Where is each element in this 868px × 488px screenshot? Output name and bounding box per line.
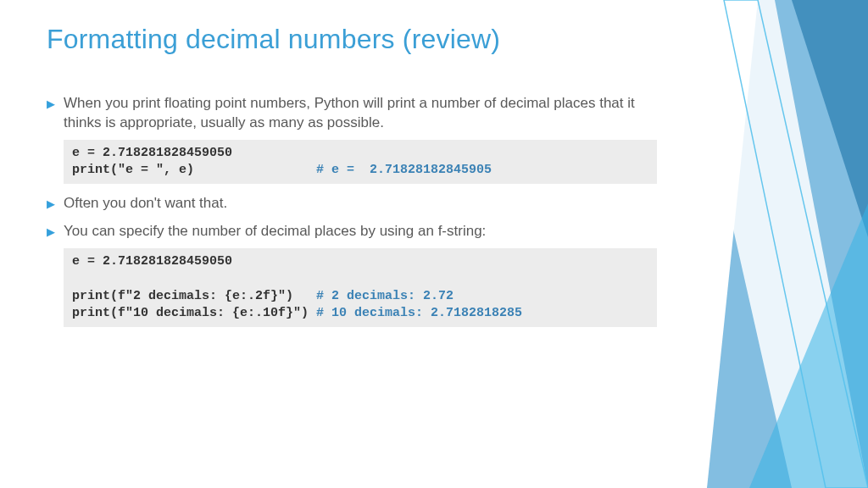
bullet-marker-icon: ▶ (47, 94, 64, 112)
svg-marker-4 (724, 0, 868, 488)
bullet-item: ▶ Often you don't want that. (47, 194, 657, 214)
code-line: e = 2.718281828459050 (72, 254, 232, 269)
slide-title: Formatting decimal numbers (review) (47, 24, 657, 55)
bullet-text: When you print floating point numbers, P… (64, 94, 657, 133)
bullet-item: ▶ You can specify the number of decimal … (47, 222, 657, 241)
svg-marker-2 (792, 0, 868, 237)
bullet-marker-icon: ▶ (47, 194, 64, 212)
code-comment: # e = 2.71828182845905 (316, 163, 492, 177)
bullet-text: Often you don't want that. (64, 194, 657, 214)
background-decoration (648, 0, 868, 488)
code-line: e = 2.718281828459050 (72, 146, 232, 160)
code-line: print(f"10 decimals: {e:.10f}") (72, 306, 309, 320)
code-pad (293, 289, 316, 303)
code-blank-line (72, 272, 80, 286)
svg-marker-1 (682, 0, 868, 488)
code-line: print("e = ", e) (72, 163, 194, 177)
code-block-1: e = 2.718281828459050 print("e = ", e) #… (64, 140, 657, 185)
code-block-2: e = 2.718281828459050 print(f"2 decimals… (64, 248, 657, 327)
bullet-text: You can specify the number of decimal pl… (64, 222, 657, 241)
svg-marker-3 (749, 203, 868, 488)
slide: Formatting decimal numbers (review) ▶ Wh… (0, 0, 868, 488)
code-comment: # 10 decimals: 2.7182818285 (316, 306, 522, 320)
bullet-item: ▶ When you print floating point numbers,… (47, 94, 657, 133)
code-comment: # 2 decimals: 2.72 (316, 289, 453, 303)
code-pad (194, 163, 316, 177)
svg-marker-0 (707, 0, 868, 488)
bullet-marker-icon: ▶ (47, 222, 64, 240)
content-area: Formatting decimal numbers (review) ▶ Wh… (47, 24, 657, 337)
code-line: print(f"2 decimals: {e:.2f}") (72, 289, 293, 303)
code-pad (309, 306, 316, 320)
